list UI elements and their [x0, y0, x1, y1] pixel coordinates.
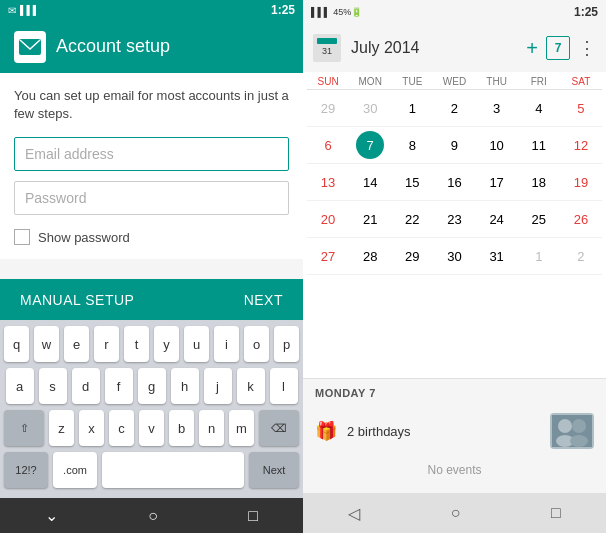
- key-e[interactable]: e: [64, 326, 89, 362]
- key-h[interactable]: h: [171, 368, 199, 404]
- key-b[interactable]: b: [169, 410, 194, 446]
- cal-cell-11[interactable]: 11: [518, 127, 560, 163]
- cal-cell-24[interactable]: 24: [476, 201, 518, 237]
- cal-cell-26[interactable]: 26: [560, 201, 602, 237]
- cal-cell-19[interactable]: 19: [560, 164, 602, 200]
- cal-cell-1-next[interactable]: 1: [518, 238, 560, 274]
- svg-point-5: [558, 419, 572, 433]
- key-y[interactable]: y: [154, 326, 179, 362]
- email-icon-bg: [14, 31, 46, 63]
- email-input[interactable]: [14, 137, 289, 171]
- next-button[interactable]: Next: [244, 292, 283, 308]
- cal-cell-23[interactable]: 23: [433, 201, 475, 237]
- cal-cell-31[interactable]: 31: [476, 238, 518, 274]
- key-g[interactable]: g: [138, 368, 166, 404]
- cal-cell-4[interactable]: 4: [518, 90, 560, 126]
- today-badge-button[interactable]: 7: [546, 36, 570, 60]
- nav-recent-left[interactable]: □: [248, 507, 258, 525]
- password-input[interactable]: [14, 181, 289, 215]
- cal-cell-13[interactable]: 13: [307, 164, 349, 200]
- show-password-checkbox[interactable]: [14, 229, 30, 245]
- key-d[interactable]: d: [72, 368, 100, 404]
- cal-cell-29-prev[interactable]: 29: [307, 90, 349, 126]
- cal-cell-22[interactable]: 22: [391, 201, 433, 237]
- bottom-nav-left: ⌄ ○ □: [0, 498, 303, 533]
- cal-cell-8[interactable]: 8: [391, 127, 433, 163]
- cal-cell-25[interactable]: 25: [518, 201, 560, 237]
- key-symbols[interactable]: 12!?: [4, 452, 48, 488]
- cal-cell-15[interactable]: 15: [391, 164, 433, 200]
- key-l[interactable]: l: [270, 368, 298, 404]
- key-c[interactable]: c: [109, 410, 134, 446]
- cal-cell-18[interactable]: 18: [518, 164, 560, 200]
- svg-point-7: [572, 419, 586, 433]
- cal-cell-14[interactable]: 14: [349, 164, 391, 200]
- key-s[interactable]: s: [39, 368, 67, 404]
- key-k[interactable]: k: [237, 368, 265, 404]
- nav-home-right[interactable]: ○: [451, 504, 461, 522]
- cal-cell-21[interactable]: 21: [349, 201, 391, 237]
- key-p[interactable]: p: [274, 326, 299, 362]
- cal-cell-12[interactable]: 12: [560, 127, 602, 163]
- cal-cell-27[interactable]: 27: [307, 238, 349, 274]
- key-t[interactable]: t: [124, 326, 149, 362]
- nav-recent-right[interactable]: □: [551, 504, 561, 522]
- key-j[interactable]: j: [204, 368, 232, 404]
- key-v[interactable]: v: [139, 410, 164, 446]
- add-event-button[interactable]: +: [526, 37, 538, 60]
- keyboard-row-4: 12!? .com Next: [4, 452, 299, 488]
- key-n[interactable]: n: [199, 410, 224, 446]
- calendar-week-4: 20 21 22 23 24 25 26: [307, 201, 602, 238]
- day-name-sat: SAT: [560, 76, 602, 87]
- key-q[interactable]: q: [4, 326, 29, 362]
- calendar-week-3: 13 14 15 16 17 18 19: [307, 164, 602, 201]
- cal-cell-3[interactable]: 3: [476, 90, 518, 126]
- nav-home-left[interactable]: ○: [148, 507, 158, 525]
- nav-back-left[interactable]: ⌄: [45, 506, 58, 525]
- cal-cell-16[interactable]: 16: [433, 164, 475, 200]
- cal-cell-17[interactable]: 17: [476, 164, 518, 200]
- left-panel: ✉ ▌▌▌ 1:25 Account setup You can set up …: [0, 0, 303, 533]
- cal-cell-2-next[interactable]: 2: [560, 238, 602, 274]
- key-m[interactable]: m: [229, 410, 254, 446]
- key-dotcom[interactable]: .com: [53, 452, 97, 488]
- cal-cell-28[interactable]: 28: [349, 238, 391, 274]
- key-space[interactable]: [102, 452, 244, 488]
- header-left: Account setup: [0, 21, 303, 73]
- cal-cell-6[interactable]: 6: [307, 127, 349, 163]
- key-z[interactable]: z: [49, 410, 74, 446]
- avatar-group[interactable]: [550, 413, 594, 449]
- cal-cell-7-today[interactable]: 7: [349, 127, 391, 163]
- event-birthdays: 🎁 2 birthdays: [315, 407, 594, 455]
- no-events-label: No events: [315, 455, 594, 485]
- birthday-text[interactable]: 2 birthdays: [347, 424, 411, 439]
- key-w[interactable]: w: [34, 326, 59, 362]
- manual-setup-button[interactable]: Manual setup: [20, 292, 134, 308]
- key-f[interactable]: f: [105, 368, 133, 404]
- more-options-button[interactable]: ⋮: [578, 37, 596, 59]
- cal-cell-30[interactable]: 30: [433, 238, 475, 274]
- key-i[interactable]: i: [214, 326, 239, 362]
- cal-cell-30-prev[interactable]: 30: [349, 90, 391, 126]
- key-u[interactable]: u: [184, 326, 209, 362]
- cal-cell-20[interactable]: 20: [307, 201, 349, 237]
- cal-cell-10[interactable]: 10: [476, 127, 518, 163]
- cal-cell-5[interactable]: 5: [560, 90, 602, 126]
- key-shift[interactable]: ⇧: [4, 410, 44, 446]
- key-a[interactable]: a: [6, 368, 34, 404]
- key-x[interactable]: x: [79, 410, 104, 446]
- cal-cell-2[interactable]: 2: [433, 90, 475, 126]
- keyboard-row-1: q w e r t y u i o p: [4, 326, 299, 362]
- day-name-mon: MON: [349, 76, 391, 87]
- cal-cell-1[interactable]: 1: [391, 90, 433, 126]
- key-o[interactable]: o: [244, 326, 269, 362]
- nav-back-right[interactable]: ◁: [348, 504, 360, 523]
- cal-cell-29[interactable]: 29: [391, 238, 433, 274]
- key-r[interactable]: r: [94, 326, 119, 362]
- key-next[interactable]: Next: [249, 452, 299, 488]
- day-name-tue: TUE: [391, 76, 433, 87]
- cal-cell-9[interactable]: 9: [433, 127, 475, 163]
- key-backspace[interactable]: ⌫: [259, 410, 299, 446]
- calendar-week-1: 29 30 1 2 3 4 5: [307, 90, 602, 127]
- status-bar-left: ✉ ▌▌▌ 1:25: [0, 0, 303, 21]
